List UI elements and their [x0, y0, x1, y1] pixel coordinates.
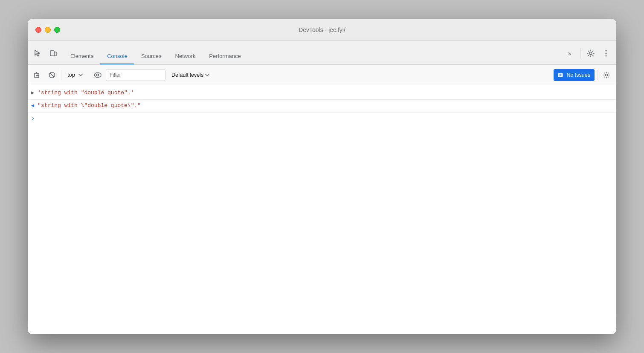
eye-button[interactable]	[91, 69, 104, 81]
svg-point-18	[606, 74, 608, 76]
cursor-icon	[34, 49, 42, 57]
toolbar-divider-1	[61, 70, 61, 80]
gear-icon	[587, 49, 595, 57]
svg-point-4	[606, 53, 607, 54]
tab-sources[interactable]: Sources	[134, 41, 168, 64]
expand-arrow-1[interactable]: ▶	[31, 89, 34, 97]
console-line-1: ▶ 'string with "double quote".'	[28, 87, 616, 100]
clear-icon	[34, 72, 41, 78]
eye-icon	[94, 72, 102, 78]
svg-point-12	[94, 72, 101, 77]
console-output: ▶ 'string with "double quote".' ◀ "strin…	[28, 85, 616, 334]
close-button[interactable]	[35, 27, 41, 33]
svg-point-13	[97, 74, 99, 76]
toolbar-divider-2	[597, 70, 598, 80]
console-line-content-2: "string with \"double quote\"."	[38, 101, 613, 110]
tabs-divider	[580, 48, 580, 58]
tabs-bar: Elements Console Sources Network Perform…	[28, 41, 616, 65]
ban-button[interactable]	[46, 69, 58, 81]
tab-elements[interactable]: Elements	[64, 41, 100, 64]
svg-point-2	[589, 52, 592, 55]
devtools-window: DevTools - jec.fyi/ Elements Console S	[28, 19, 616, 334]
no-issues-button[interactable]: No Issues	[554, 69, 595, 81]
console-toolbar: top Default levels	[28, 65, 616, 85]
prompt-arrow: ›	[31, 115, 35, 122]
maximize-button[interactable]	[54, 27, 60, 33]
clear-console-button[interactable]	[31, 69, 44, 81]
device-toolbar-button[interactable]	[46, 46, 60, 60]
ban-icon	[49, 72, 55, 78]
tab-performance[interactable]: Performance	[202, 41, 247, 64]
levels-chevron-icon	[205, 74, 209, 76]
title-bar: DevTools - jec.fyi/	[28, 19, 616, 41]
issues-icon	[558, 72, 564, 78]
ellipsis-vertical-icon	[605, 49, 607, 57]
tabs-right: »	[563, 46, 613, 64]
settings-gear-icon	[603, 72, 610, 78]
default-levels-button[interactable]: Default levels	[167, 69, 214, 81]
window-title: DevTools - jec.fyi/	[299, 26, 345, 33]
console-settings-button[interactable]	[600, 69, 613, 81]
input-arrow-2: ◀	[31, 101, 34, 110]
svg-rect-14	[558, 73, 563, 77]
more-options-button[interactable]	[599, 46, 613, 60]
console-prompt-input[interactable]	[38, 115, 613, 122]
console-prompt-line: ›	[28, 113, 616, 124]
console-line-content-1: 'string with "double quote".'	[38, 89, 613, 98]
console-line-2: ◀ "string with \"double quote\"."	[28, 100, 616, 113]
settings-button[interactable]	[584, 46, 598, 60]
inspect-element-button[interactable]	[31, 46, 45, 60]
console-toolbar-right: No Issues	[554, 69, 613, 81]
svg-rect-0	[50, 51, 54, 56]
context-selector-button[interactable]: top	[64, 69, 86, 81]
svg-point-5	[606, 55, 607, 57]
tab-network[interactable]: Network	[168, 41, 203, 64]
traffic-lights	[35, 27, 60, 33]
svg-rect-1	[54, 52, 56, 56]
filter-input[interactable]	[106, 69, 165, 81]
more-tabs-button[interactable]: »	[563, 46, 577, 60]
toolbar-icons	[31, 46, 60, 64]
minimize-button[interactable]	[45, 27, 51, 33]
device-icon	[49, 49, 57, 57]
svg-line-11	[50, 73, 54, 77]
tab-console[interactable]: Console	[100, 41, 134, 64]
chevron-down-icon	[78, 74, 83, 76]
svg-point-3	[606, 50, 607, 52]
